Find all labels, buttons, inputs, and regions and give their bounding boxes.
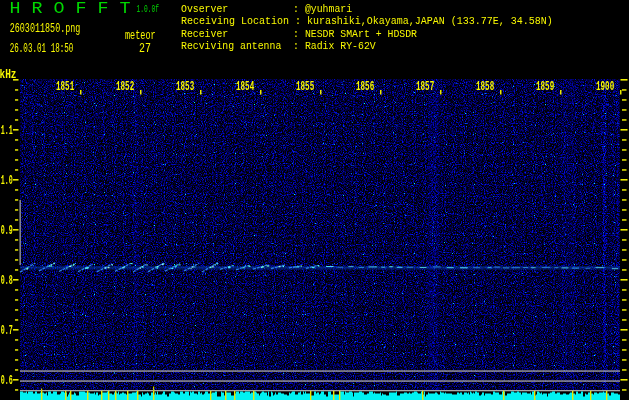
svg-text:1852: 1852 [116, 79, 134, 94]
svg-text:1857: 1857 [416, 79, 434, 94]
svg-text:0.7: 0.7 [1, 323, 13, 338]
svg-text:1858: 1858 [476, 79, 494, 94]
svg-text:1.0: 1.0 [1, 173, 13, 188]
svg-text:1855: 1855 [296, 79, 314, 94]
svg-text:1854: 1854 [236, 79, 254, 94]
svg-text:27: 27 [139, 41, 151, 56]
svg-text:1851: 1851 [56, 79, 74, 94]
svg-text:kHz: kHz [0, 68, 17, 82]
svg-text:0.6: 0.6 [1, 373, 13, 388]
svg-text:1900: 1900 [596, 79, 614, 94]
svg-text:1.1: 1.1 [1, 123, 13, 138]
svg-text:1853: 1853 [176, 79, 194, 94]
svg-text:0.9: 0.9 [1, 223, 13, 238]
svg-text:1.0.0f: 1.0.0f [137, 3, 160, 15]
svg-text:26.03.01 18:50: 26.03.01 18:50 [10, 41, 74, 56]
svg-text:1859: 1859 [536, 79, 554, 94]
svg-text:Receiving Location : kurashiki: Receiving Location : kurashiki,Okayama,J… [181, 14, 553, 27]
svg-text:H R O F F T: H R O F F T [10, 0, 131, 18]
svg-text:2603011850.png: 2603011850.png [10, 21, 81, 36]
svg-text:Recviving antenna : Radix RY-: Recviving antenna : Radix RY-62V [181, 39, 376, 52]
svg-text:Ovserver : @yuhmari: Ovserver : @yuhmari [181, 2, 352, 15]
svg-text:0.8: 0.8 [1, 273, 13, 288]
svg-text:1856: 1856 [356, 79, 374, 94]
